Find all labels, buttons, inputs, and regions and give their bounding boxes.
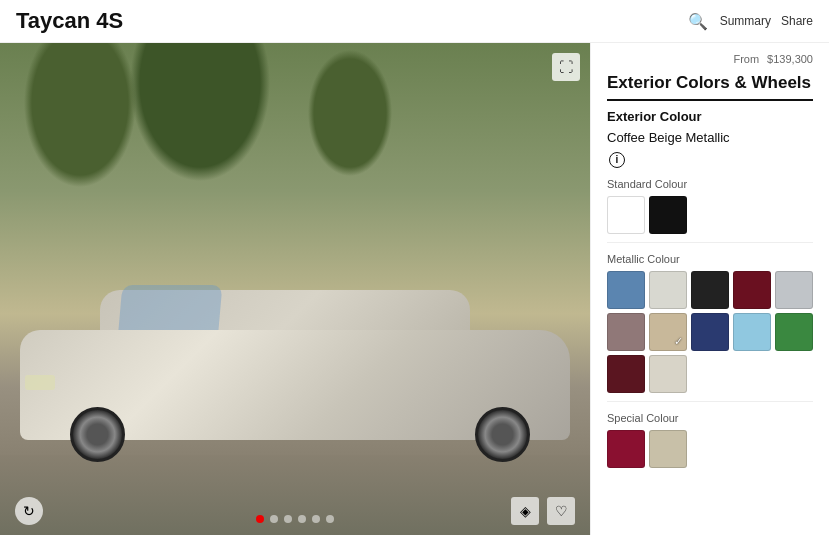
selected-color-name: Coffee Beige Metallic: [607, 130, 813, 145]
color-swatch-2-0[interactable]: [607, 430, 645, 468]
nav-share[interactable]: Share: [781, 14, 813, 28]
color-swatches-0: [607, 196, 813, 234]
color-category-label-0: Standard Colour: [607, 178, 813, 190]
header-right: 🔍 Summary Share: [688, 12, 813, 31]
color-swatch-1-6[interactable]: [649, 313, 687, 351]
dot-1[interactable]: [256, 515, 264, 523]
viewer-dots: [0, 515, 590, 523]
header-nav: Summary Share: [720, 14, 813, 28]
color-swatch-0-1[interactable]: [649, 196, 687, 234]
color-swatch-1-3[interactable]: [733, 271, 771, 309]
car-headlight: [25, 375, 55, 390]
dot-3[interactable]: [284, 515, 292, 523]
save-button[interactable]: ♡: [547, 497, 575, 525]
divider-0: [607, 242, 813, 243]
color-swatch-1-5[interactable]: [607, 313, 645, 351]
dot-5[interactable]: [312, 515, 320, 523]
color-swatch-2-1[interactable]: [649, 430, 687, 468]
subsection-title: Exterior Colour: [607, 109, 813, 124]
viewer-controls-top: ⛶: [552, 53, 580, 81]
section-title: Exterior Colors & Wheels: [607, 73, 813, 101]
color-swatch-1-10[interactable]: [607, 355, 645, 393]
color-swatch-1-7[interactable]: [691, 313, 729, 351]
car-wheel-left: [70, 407, 125, 462]
dot-6[interactable]: [326, 515, 334, 523]
car-body: [20, 290, 570, 470]
color-swatch-1-8[interactable]: [733, 313, 771, 351]
color-swatch-1-1[interactable]: [649, 271, 687, 309]
color-swatches-1: [607, 271, 813, 393]
fullscreen-button[interactable]: ⛶: [552, 53, 580, 81]
color-category-label-1: Metallic Colour: [607, 253, 813, 265]
main-content: ⛶ ↻ ◈ ♡ From $139,300 Exterior Colors & …: [0, 43, 829, 535]
color-swatch-1-4[interactable]: [775, 271, 813, 309]
divider-1: [607, 401, 813, 402]
nav-summary[interactable]: Summary: [720, 14, 771, 28]
color-swatch-1-0[interactable]: [607, 271, 645, 309]
dot-4[interactable]: [298, 515, 306, 523]
color-category-label-2: Special Colour: [607, 412, 813, 424]
color-categories: Standard ColourMetallic ColourSpecial Co…: [607, 178, 813, 468]
ar-button[interactable]: ◈: [511, 497, 539, 525]
header: Taycan 4S 🔍 Summary Share: [0, 0, 829, 43]
search-icon[interactable]: 🔍: [688, 12, 708, 31]
viewer-bottom-right: ◈ ♡: [511, 497, 575, 525]
color-swatch-1-2[interactable]: [691, 271, 729, 309]
panel-top-info: From $139,300: [607, 53, 813, 65]
color-swatch-1-9[interactable]: [775, 313, 813, 351]
color-swatches-2: [607, 430, 813, 468]
car-viewer: ⛶ ↻ ◈ ♡: [0, 43, 590, 535]
price-value: $139,300: [767, 53, 813, 65]
color-swatch-0-0[interactable]: [607, 196, 645, 234]
right-panel: From $139,300 Exterior Colors & Wheels E…: [590, 43, 829, 535]
page-title: Taycan 4S: [16, 8, 123, 34]
info-icon-wrapper: i: [607, 149, 813, 168]
price-label: From: [733, 53, 759, 65]
car-wheel-right: [475, 407, 530, 462]
info-icon[interactable]: i: [609, 152, 625, 168]
dot-2[interactable]: [270, 515, 278, 523]
color-swatch-1-11[interactable]: [649, 355, 687, 393]
